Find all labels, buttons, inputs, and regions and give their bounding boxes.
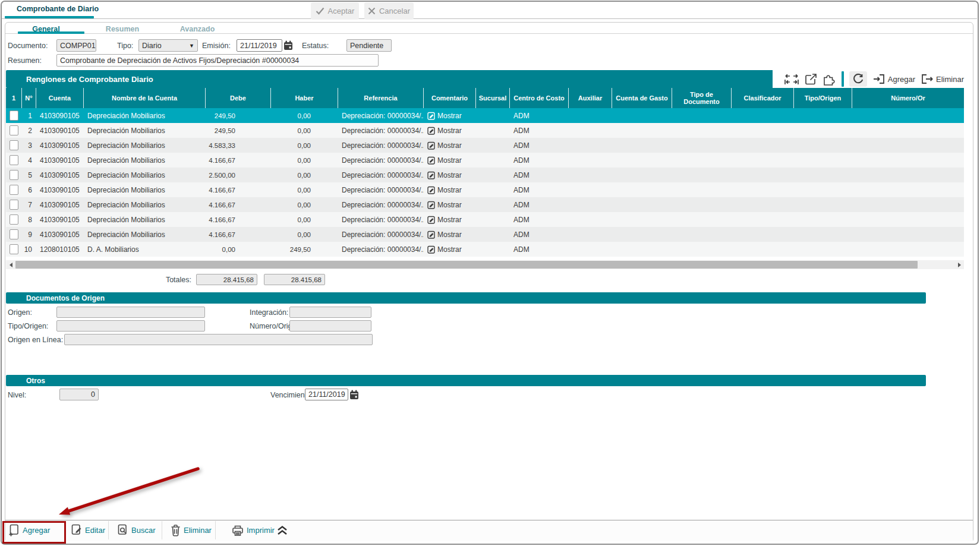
- table-row[interactable]: 94103090105Depreciación Mobiliarios4.166…: [6, 227, 964, 242]
- scrollbar-thumb[interactable]: [15, 261, 918, 269]
- scroll-right-icon[interactable]: [954, 260, 964, 269]
- grid-add-row-button[interactable]: Agregar: [872, 73, 915, 85]
- cell: 0,00: [271, 197, 338, 212]
- table-row[interactable]: 64103090105Depreciación Mobiliarios4.166…: [6, 182, 964, 197]
- grid-delete-row-button[interactable]: Eliminar: [921, 73, 964, 85]
- origen-field[interactable]: [56, 307, 205, 318]
- imprimir-button[interactable]: Imprimir: [232, 520, 275, 541]
- mostrar-link[interactable]: Mostrar: [427, 141, 462, 150]
- origen-en-linea-field[interactable]: [64, 334, 373, 345]
- row-checkbox[interactable]: [10, 214, 18, 225]
- emision-calendar-icon[interactable]: [283, 40, 294, 51]
- table-row[interactable]: 54103090105Depreciación Mobiliarios2.500…: [6, 168, 964, 182]
- table-row[interactable]: 14103090105Depreciación Mobiliarios249,5…: [6, 108, 964, 123]
- column-header[interactable]: Tipo/Origen: [794, 88, 852, 108]
- row-checkbox[interactable]: [10, 185, 18, 195]
- cell: Depreciación Mobiliarios: [84, 108, 206, 123]
- mostrar-link[interactable]: Mostrar: [427, 127, 462, 135]
- mostrar-link[interactable]: Mostrar: [427, 216, 462, 224]
- cell: 0,00: [271, 182, 338, 197]
- column-header[interactable]: Referencia: [338, 88, 424, 108]
- row-checkbox[interactable]: [10, 140, 18, 150]
- fit-columns-icon[interactable]: [784, 72, 799, 86]
- cell: 0,00: [271, 227, 338, 242]
- row-checkbox[interactable]: [10, 125, 18, 135]
- mostrar-link[interactable]: Mostrar: [427, 156, 462, 165]
- mostrar-link[interactable]: Mostrar: [427, 201, 462, 209]
- emision-field[interactable]: 21/11/2019: [237, 39, 282, 52]
- column-header[interactable]: Tipo de Documento: [672, 88, 732, 108]
- table-row[interactable]: 24103090105Depreciación Mobiliarios249,5…: [6, 123, 964, 138]
- editar-button[interactable]: Editar: [71, 520, 105, 541]
- column-header[interactable]: Nombre de la Cuenta: [84, 88, 206, 108]
- row-checkbox[interactable]: [10, 155, 18, 165]
- puzzle-icon[interactable]: [823, 72, 836, 86]
- total-debe-field: 28.415,68: [196, 274, 257, 285]
- mostrar-link[interactable]: Mostrar: [427, 245, 462, 254]
- column-header[interactable]: Auxiliar: [569, 88, 612, 108]
- row-checkbox[interactable]: [10, 200, 18, 210]
- column-header[interactable]: 1: [6, 88, 22, 108]
- vencimiento-field[interactable]: 21/11/2019: [305, 389, 348, 400]
- window-title-tab[interactable]: Comprobante de Diario: [17, 5, 99, 13]
- mostrar-link[interactable]: Mostrar: [427, 112, 462, 120]
- row-checkbox[interactable]: [10, 111, 18, 121]
- agregar-button[interactable]: Agregar: [8, 520, 50, 541]
- mostrar-link[interactable]: Mostrar: [427, 171, 462, 179]
- table-row[interactable]: 84103090105Depreciación Mobiliarios4.166…: [6, 212, 964, 227]
- row-checkbox[interactable]: [10, 229, 18, 239]
- buscar-button[interactable]: Buscar: [117, 520, 155, 541]
- vencimiento-calendar-icon[interactable]: [349, 389, 360, 400]
- integracion-field[interactable]: [289, 307, 371, 318]
- cell: 1208010105: [36, 242, 84, 257]
- resumen-field[interactable]: Comprobante de Depreciación de Activos F…: [56, 54, 379, 67]
- mostrar-link[interactable]: Mostrar: [427, 231, 462, 239]
- documento-field[interactable]: COMPP01: [56, 39, 96, 52]
- tab-resumen[interactable]: Resumen: [88, 25, 157, 33]
- column-header[interactable]: Sucursal: [476, 88, 510, 108]
- column-header[interactable]: N°: [22, 88, 36, 108]
- cell: Depreciación Mobiliarios: [84, 182, 206, 197]
- column-header[interactable]: Cuenta: [36, 88, 84, 108]
- cell: 4103090105: [36, 153, 84, 168]
- cell: 4103090105: [36, 212, 84, 227]
- table-row[interactable]: 74103090105Depreciación Mobiliarios4.166…: [6, 197, 964, 212]
- column-header[interactable]: Centro de Costo: [510, 88, 569, 108]
- column-header[interactable]: Debe: [206, 88, 271, 108]
- cell: ADM: [510, 168, 569, 182]
- cell: Mostrar: [424, 212, 476, 227]
- tipo-origen-field[interactable]: [56, 320, 205, 332]
- cell: [569, 108, 612, 123]
- nivel-field[interactable]: 0: [59, 389, 99, 400]
- tab-avanzado[interactable]: Avanzado: [160, 25, 234, 33]
- aceptar-button[interactable]: Aceptar: [311, 2, 359, 20]
- open-window-icon[interactable]: [805, 73, 817, 86]
- resumen-label: Resumen:: [8, 56, 42, 65]
- cell: 7: [22, 197, 36, 212]
- row-checkbox[interactable]: [10, 244, 18, 254]
- cell: [794, 227, 852, 242]
- table-row[interactable]: 44103090105Depreciación Mobiliarios4.166…: [6, 153, 964, 168]
- cell: 4: [22, 153, 36, 168]
- cell: [569, 138, 612, 153]
- column-header[interactable]: Clasificador: [732, 88, 794, 108]
- cell: Mostrar: [424, 168, 476, 182]
- row-checkbox[interactable]: [10, 170, 18, 180]
- column-header[interactable]: Cuenta de Gasto: [612, 88, 672, 108]
- scroll-left-icon[interactable]: [6, 260, 15, 269]
- numero-origen-field[interactable]: [289, 320, 371, 332]
- tipo-select[interactable]: Diario ▼: [138, 39, 198, 52]
- mostrar-link[interactable]: Mostrar: [427, 186, 462, 194]
- cancelar-button[interactable]: Cancelar: [364, 2, 414, 20]
- column-header[interactable]: Número/Or: [852, 88, 964, 108]
- column-header[interactable]: Comentario: [424, 88, 476, 108]
- table-row[interactable]: 101208010105D. A. Mobiliarios0,00249,50D…: [6, 242, 964, 257]
- cell: 4.166,67: [206, 153, 271, 168]
- eliminar-button[interactable]: Eliminar: [171, 520, 212, 541]
- refresh-icon[interactable]: [849, 71, 867, 87]
- collapse-toolbar-icon[interactable]: [276, 520, 289, 541]
- horizontal-scrollbar[interactable]: [6, 260, 964, 269]
- column-header[interactable]: Haber: [271, 88, 338, 108]
- table-row[interactable]: 34103090105Depreciación Mobiliarios4.583…: [6, 138, 964, 153]
- cell: 4.166,67: [206, 197, 271, 212]
